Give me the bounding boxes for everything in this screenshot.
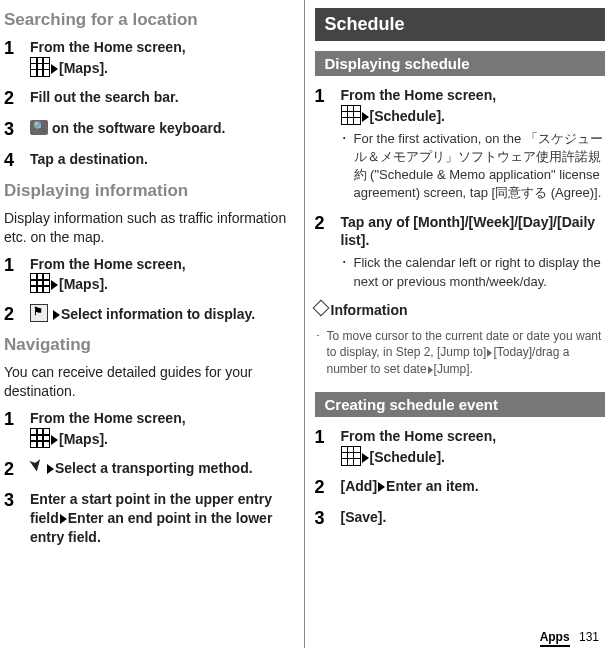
step-text: From the Home screen, [Maps].: [30, 409, 294, 449]
text: From the Home screen,: [341, 87, 497, 103]
triangle-icon: [53, 310, 60, 320]
triangle-icon: [51, 280, 58, 290]
page-footer: Apps 131: [540, 630, 599, 644]
text: Tap any of [Month]/[Week]/[Day]/[Daily l…: [341, 214, 596, 249]
triangle-icon: [378, 482, 385, 492]
text: [Maps].: [59, 431, 108, 447]
step-number: 3: [4, 490, 30, 547]
step-number: 2: [4, 459, 30, 480]
step-text: From the Home screen, [Maps].: [30, 38, 294, 78]
text: Select a transporting method.: [55, 460, 253, 476]
step-item: 2 Select information to display.: [4, 304, 294, 325]
step-number: 4: [4, 150, 30, 171]
step-text: [Save].: [341, 508, 606, 529]
footer-section-label: Apps: [540, 630, 570, 647]
subheading-display-schedule: Displaying schedule: [315, 51, 606, 76]
step-text: Select information to display.: [30, 304, 294, 325]
step-number: 1: [315, 86, 341, 203]
step-item: 1 From the Home screen, [Schedule].: [315, 427, 606, 467]
text: [Add]: [341, 478, 378, 494]
step-number: 1: [315, 427, 341, 467]
step-item: 2 [Add]Enter an item.: [315, 477, 606, 498]
apps-grid-icon: [341, 105, 361, 125]
step-text: Tap a destination.: [30, 150, 294, 171]
text: [Schedule].: [370, 449, 445, 465]
step-text: Enter a start point in the upper entry f…: [30, 490, 294, 547]
text: Flick the calendar left or right to disp…: [354, 254, 606, 290]
information-bullet: ･ To move cursor to the current date or …: [315, 328, 606, 378]
text: [Maps].: [59, 276, 108, 292]
triangle-icon: [487, 349, 492, 357]
triangle-icon: [428, 366, 433, 374]
step-item: 4 Tap a destination.: [4, 150, 294, 171]
step-item: 1 From the Home screen, [Schedule]. ･ Fo…: [315, 86, 606, 203]
triangle-icon: [51, 64, 58, 74]
step-item: 1 From the Home screen, [Maps].: [4, 409, 294, 449]
step-item: 2 Tap any of [Month]/[Week]/[Day]/[Daily…: [315, 213, 606, 291]
step-number: 1: [4, 255, 30, 295]
search-key-icon: [30, 120, 48, 135]
page-number: 131: [579, 630, 599, 644]
text: [Jump].: [434, 362, 473, 376]
step-text: Fill out the search bar.: [30, 88, 294, 109]
step-text: From the Home screen, [Schedule].: [341, 427, 606, 467]
triangle-icon: [362, 112, 369, 122]
text: on the software keyboard.: [48, 120, 225, 136]
step-item: 3 [Save].: [315, 508, 606, 529]
text: Select information to display.: [61, 306, 255, 322]
step-number: 2: [315, 477, 341, 498]
step-item: 1 From the Home screen, [Maps].: [4, 38, 294, 78]
apps-grid-icon: [30, 428, 50, 448]
section-heading-searching: Searching for a location: [4, 10, 294, 30]
bullet-dot-icon: ･: [315, 328, 321, 378]
bullet-dot-icon: ･: [341, 130, 348, 203]
section-heading-navigating: Navigating: [4, 335, 294, 355]
text: [Schedule].: [370, 108, 445, 124]
triangle-icon: [60, 514, 67, 524]
paragraph: You can receive detailed guides for your…: [4, 363, 294, 401]
step-number: 2: [315, 213, 341, 291]
step-text: Select a transporting method.: [30, 459, 294, 480]
text: For the first activation, on the 「スケジュール…: [354, 130, 606, 203]
step-item: 1 From the Home screen, [Maps].: [4, 255, 294, 295]
bullet-dot-icon: ･: [341, 254, 348, 290]
triangle-icon: [47, 464, 54, 474]
information-heading: Information: [315, 301, 606, 320]
step-number: 2: [4, 304, 30, 325]
step-text: From the Home screen, [Schedule]. ･ For …: [341, 86, 606, 203]
step-note: ･ Flick the calendar left or right to di…: [341, 254, 606, 290]
step-item: 3 Enter a start point in the upper entry…: [4, 490, 294, 547]
text: Information: [331, 302, 408, 318]
triangle-icon: [51, 435, 58, 445]
paragraph: Display information such as traffic info…: [4, 209, 294, 247]
apps-grid-icon: [30, 57, 50, 77]
apps-grid-icon: [341, 446, 361, 466]
step-text: on the software keyboard.: [30, 119, 294, 140]
step-number: 3: [315, 508, 341, 529]
apps-grid-icon: [30, 273, 50, 293]
text: Enter an item.: [386, 478, 479, 494]
step-text: [Add]Enter an item.: [341, 477, 606, 498]
step-text: From the Home screen, [Maps].: [30, 255, 294, 295]
step-item: 2 Fill out the search bar.: [4, 88, 294, 109]
step-number: 2: [4, 88, 30, 109]
text: From the Home screen,: [30, 410, 186, 426]
navigation-arrow-icon: [30, 459, 46, 475]
step-item: 3 on the software keyboard.: [4, 119, 294, 140]
step-text: Tap any of [Month]/[Week]/[Day]/[Daily l…: [341, 213, 606, 291]
text: From the Home screen,: [30, 256, 186, 272]
triangle-icon: [362, 453, 369, 463]
text: From the Home screen,: [30, 39, 186, 55]
diamond-icon: [312, 299, 329, 316]
step-number: 3: [4, 119, 30, 140]
map-info-icon: [30, 304, 48, 322]
step-number: 1: [4, 409, 30, 449]
text: From the Home screen,: [341, 428, 497, 444]
step-item: 2 Select a transporting method.: [4, 459, 294, 480]
section-heading-displaying: Displaying information: [4, 181, 294, 201]
step-number: 1: [4, 38, 30, 78]
text: To move cursor to the current date or da…: [327, 328, 606, 378]
heading-schedule: Schedule: [315, 8, 606, 41]
step-note: ･ For the first activation, on the 「スケジュ…: [341, 130, 606, 203]
subheading-create-schedule: Creating schedule event: [315, 392, 606, 417]
